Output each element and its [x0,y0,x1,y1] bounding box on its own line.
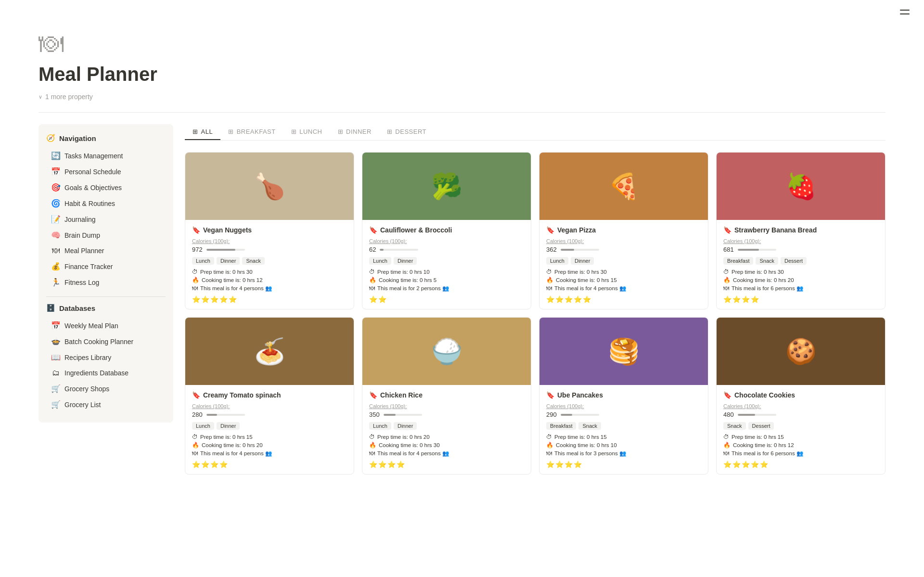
nav-item[interactable]: 🔄 Tasks Management [46,148,166,163]
nav-item-label: Meal Planner [64,247,104,255]
weekly-icon: 📅 [51,321,61,330]
cook-time: Cooking time is: 0 hrs 12 [202,277,263,283]
calories-label: Calories (100g): [192,238,347,244]
tab-label: DINNER [346,128,372,135]
bookmark-icon: 🔖 [192,391,200,399]
tab-lunch[interactable]: ⊞ LUNCH [283,124,330,140]
prep-time: Prep time is: 0 hrs 30 [732,269,784,275]
bookmark-icon: 🔖 [546,226,554,234]
cook-time-row: 🔥 Cooking time is: 0 hrs 15 [546,277,701,283]
bookmark-icon: 🔖 [723,391,732,399]
tag: Snack [242,257,265,265]
star-icon: ⭐ [378,295,386,303]
tab-breakfast[interactable]: ⊞ BREAKFAST [220,124,283,140]
nav-item-fitness[interactable]: 🏃 Fitness Log [46,275,166,290]
grid-icon: ⊞ [387,128,393,135]
calories-row: 681 [723,246,878,253]
tab-dinner[interactable]: ⊞ DINNER [330,124,379,140]
tag: Dessert [748,422,774,430]
timer-icon: ⏱ [369,269,375,275]
schedule-icon: 📅 [51,167,61,176]
nav-item[interactable]: 🎯 Goals & Objectives [46,180,166,195]
timer-icon: ⏱ [192,269,198,275]
tab-all[interactable]: ⊞ ALL [185,124,220,140]
calories-bar-fill [561,414,572,416]
star-icon: ⭐ [574,461,582,468]
star-icon: ⭐ [546,295,554,303]
db-item-weekly[interactable]: 📅 Weekly Meal Plan [46,318,166,333]
calories-label: Calories (100g): [369,403,524,409]
star-icon: ⭐ [760,461,768,468]
nav-item-finance[interactable]: 💰 Finance Tracker [46,259,166,274]
recipe-card[interactable]: 🍝 🔖 Creamy Tomato spinach Calories (100g… [185,317,354,474]
db-item-shops[interactable]: 🛒 Grocery Shops [46,381,166,396]
calories-row: 480 [723,411,878,418]
recipe-card[interactable]: 🍚 🔖 Chicken Rice Calories (100g): 350 Lu… [362,317,531,474]
nav-item[interactable]: 📅 Personal Schedule [46,164,166,179]
recipe-card[interactable]: 🥞 🔖 Ube Pancakes Calories (100g): 290 Br… [539,317,708,474]
more-property-toggle[interactable]: ∨ 1 more property [38,93,886,101]
navigation-icon: 🧭 [46,134,55,142]
star-icon: ⭐ [583,295,591,303]
tab-label: LUNCH [299,128,322,135]
stars-row: ⭐⭐⭐⭐ [369,461,524,468]
calories-bar-fill [380,249,384,251]
star-icon: ⭐ [555,461,564,468]
more-property-label: 1 more property [45,93,93,101]
cook-time-row: 🔥 Cooking time is: 0 hrs 10 [546,442,701,449]
db-item-batch[interactable]: 🍲 Batch Cooking Planner [46,334,166,349]
card-image: 🍝 [185,318,354,385]
recipes-icon: 📖 [51,353,61,362]
db-section-label: Databases [59,304,95,312]
db-item-label: Grocery List [64,401,101,409]
star-icon: ⭐ [565,295,573,303]
recipe-card[interactable]: 🥦 🔖 Cauliflower & Broccoli Calories (100… [362,152,531,309]
prep-time-row: ⏱ Prep time is: 0 hrs 15 [192,434,347,440]
db-item-ingredients[interactable]: 🗂 Ingredients Database [46,366,166,380]
card-image: 🥦 [362,153,531,220]
top-right-menu[interactable] [900,10,910,14]
star-icon: ⭐ [751,295,759,303]
star-icon: ⭐ [369,295,377,303]
star-icon: ⭐ [723,295,732,303]
star-icon: ⭐ [201,461,209,468]
tab-dessert[interactable]: ⊞ DESSERT [379,124,434,140]
prep-time: Prep time is: 0 hrs 20 [377,434,430,440]
tag: Breakfast [546,422,576,430]
nav-item-label: Habit & Routines [64,200,115,207]
persons-icon: 🍽 [192,450,198,457]
calories-value: 350 [369,411,380,418]
calories-row: 362 [546,246,701,253]
prep-time: Prep time is: 0 hrs 30 [554,269,607,275]
nav-item[interactable]: 🌀 Habit & Routines [46,196,166,211]
tag: Lunch [369,422,391,430]
timer-icon: ⏱ [192,434,198,440]
recipe-card[interactable]: 🍓 🔖 Strawberry Banana Bread Calories (10… [716,152,886,309]
recipe-card[interactable]: 🍪 🔖 Chocolate Cookies Calories (100g): 4… [716,317,886,474]
tab-label: BREAKFAST [237,128,276,135]
tag: Snack [723,422,746,430]
menu-line [900,13,910,14]
card-image: 🍕 [539,153,708,220]
db-item-recipes[interactable]: 📖 Recipes Library [46,350,166,365]
db-item-label: Batch Cooking Planner [64,338,133,346]
calories-label: Calories (100g): [546,403,701,409]
recipe-card[interactable]: 🍗 🔖 Vegan Nuggets Calories (100g): 972 L… [185,152,354,309]
calories-row: 350 [369,411,524,418]
tab-label: ALL [201,128,213,135]
calories-bar [206,249,245,251]
db-item-list[interactable]: 🛒 Grocery List [46,397,166,412]
nav-item[interactable]: 📝 Journaling [46,212,166,227]
tag: Lunch [192,257,214,265]
recipe-card[interactable]: 🍕 🔖 Vegan Pizza Calories (100g): 362 Lun… [539,152,708,309]
nav-item[interactable]: 🧠 Brain Dump [46,228,166,243]
card-body: 🔖 Chicken Rice Calories (100g): 350 Lunc… [362,385,531,474]
cook-time-row: 🔥 Cooking time is: 0 hrs 20 [723,277,878,283]
cooking-icon: 🔥 [192,277,199,283]
persons: This meal is for 4 persons 👥 [200,285,272,292]
card-title: Vegan Pizza [557,226,596,234]
tag: Lunch [369,257,391,265]
card-body: 🔖 Cauliflower & Broccoli Calories (100g)… [362,220,531,309]
nav-item-meal-planner[interactable]: 🍽 Meal Planner [46,244,166,258]
star-icon: ⭐ [555,295,564,303]
